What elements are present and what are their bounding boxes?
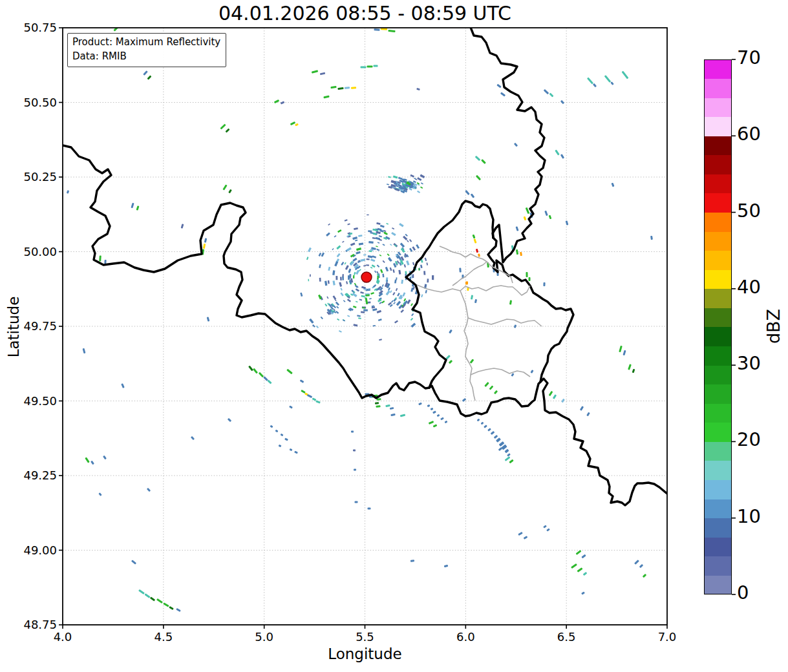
colorbar-tick-40: 40	[737, 276, 761, 298]
colorbar-tick-0: 0	[737, 582, 749, 604]
x-tick-5.5: 5.5	[339, 630, 391, 644]
border-france-luxembourg	[429, 382, 540, 416]
colorbar-frame	[704, 59, 732, 594]
info-data-source: Data: RMIB	[72, 50, 220, 64]
y-tick-49.50: 49.50	[17, 394, 57, 408]
x-tick-7.0: 7.0	[641, 630, 693, 644]
y-tick-49.00: 49.00	[17, 543, 57, 557]
y-tick-50.00: 50.00	[17, 245, 57, 258]
y-tick-50.75: 50.75	[17, 21, 57, 34]
x-tick-4.5: 4.5	[138, 630, 189, 644]
colorbar-tick-30: 30	[737, 352, 761, 374]
colorbar-tick-60: 60	[737, 123, 761, 145]
border-belgium-germany	[470, 26, 545, 262]
info-box: Product: Maximum Reflectivity Data: RMIB	[67, 33, 226, 67]
border-belgium-luxembourg	[406, 201, 493, 388]
colorbar-label: dBZ	[763, 297, 783, 355]
colorbar-tick-50: 50	[737, 200, 761, 222]
x-tick-5.0: 5.0	[239, 630, 290, 644]
x-tick-4.0: 4.0	[37, 630, 89, 644]
gridlines	[63, 28, 667, 625]
radar-map-figure: 04.01.2026 08:55 - 08:59 UTC Product: Ma…	[0, 0, 788, 672]
y-tick-50.25: 50.25	[17, 170, 57, 184]
colorbar-tick-20: 20	[737, 428, 761, 450]
tick-marks	[59, 28, 736, 629]
y-tick-50.50: 50.50	[17, 96, 57, 109]
info-product: Product: Maximum Reflectivity	[72, 36, 220, 50]
map-canvas	[0, 0, 788, 672]
y-tick-49.25: 49.25	[17, 468, 57, 482]
x-tick-6.5: 6.5	[540, 630, 592, 644]
border-germany-luxembourg	[488, 238, 573, 382]
map-layer	[63, 25, 667, 625]
border-france-belgium	[63, 145, 429, 398]
ground-clutter	[300, 174, 434, 341]
colorbar-tick-10: 10	[737, 505, 761, 527]
x-tick-6.0: 6.0	[440, 630, 491, 644]
y-tick-49.75: 49.75	[17, 319, 57, 333]
colorbar-tick-70: 70	[737, 47, 761, 68]
y-tick-48.75: 48.75	[17, 618, 57, 631]
border-france-germany	[540, 379, 667, 505]
x-axis-label: Longitude	[63, 646, 667, 662]
radar-station-marker	[361, 272, 372, 282]
